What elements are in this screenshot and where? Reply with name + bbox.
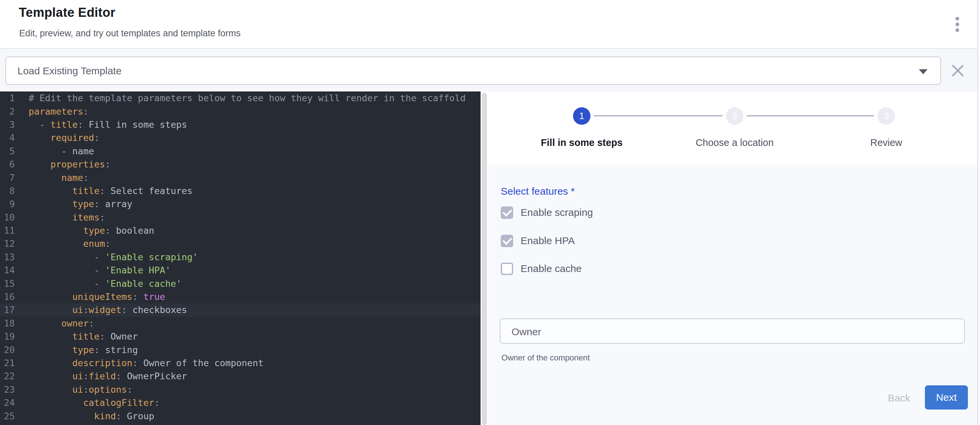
next-button[interactable]: Next [925,385,968,409]
line-number: 12 [0,239,15,249]
code-text: ui:field: OwnerPicker [15,371,187,381]
feature-checkbox-row[interactable]: Enable scraping [501,205,593,220]
step-label: Fill in some steps [541,137,622,148]
code-line: 3 - title: Fill in some steps [0,118,480,131]
code-line: 22 ui:field: OwnerPicker [0,369,480,383]
kebab-menu-icon[interactable] [949,13,965,36]
code-text: title: Select features [15,186,192,196]
line-number: 9 [0,199,15,209]
code-line: 18 owner: [0,317,480,330]
code-line: 20 type: string [0,343,480,356]
code-text: - title: Fill in some steps [15,119,187,130]
close-icon[interactable] [950,63,965,78]
feature-checkbox-row[interactable]: Enable HPA [501,233,575,248]
line-number: 7 [0,172,15,183]
code-line: 1# Edit the template parameters below to… [0,91,480,105]
code-line: 11 type: boolean [0,224,480,237]
line-number: 2 [0,106,15,117]
code-text: name: [15,172,89,183]
owner-helper-text: Owner of the component [501,353,590,363]
code-text: type: array [15,199,132,209]
line-number: 19 [0,331,15,342]
step-circle: 2 [726,107,743,125]
select-features-label: Select features * [501,186,575,197]
code-line: 7 name: [0,171,480,184]
code-line: 8 title: Select features [0,184,480,197]
line-number: 11 [0,225,15,236]
editor-scrollbar-thumb[interactable] [482,93,487,425]
required-asterisk: * [571,186,575,197]
back-button[interactable]: Back [881,388,918,408]
code-line: 2parameters: [0,105,480,118]
checkbox-checked-icon[interactable] [501,235,513,247]
code-text: - 'Enable scraping' [15,252,198,262]
code-text: - 'Enable cache' [15,279,181,289]
code-text: properties: [15,159,111,169]
form-background [488,165,977,425]
code-text: enum: [15,239,111,249]
code-text: ui:options: [15,384,132,395]
feature-checkbox-row[interactable]: Enable cache [501,261,582,276]
code-text: parameters: [15,106,89,117]
code-line: 24 catalogFilter: [0,396,480,409]
code-text: title: Owner [15,331,138,342]
line-number: 17 [0,305,15,315]
step-label: Review [870,137,902,148]
owner-input[interactable]: Owner [500,318,965,344]
code-line: 6 properties: [0,158,480,171]
load-template-placeholder: Load Existing Template [18,65,122,76]
caret-down-icon [919,69,928,74]
yaml-editor[interactable]: 1# Edit the template parameters below to… [0,91,480,425]
code-line: 19 title: Owner [0,330,480,343]
code-text: kind: Group [15,411,154,421]
code-line: 14 - 'Enable HPA' [0,264,480,277]
page-scrollbar[interactable] [977,0,980,425]
line-number: 20 [0,345,15,355]
line-number: 1 [0,93,15,103]
stepper-connector [747,115,874,116]
line-number: 14 [0,265,15,275]
line-number: 6 [0,159,15,169]
line-number: 25 [0,411,15,421]
code-line: 13 - 'Enable scraping' [0,250,480,264]
code-line: 25 kind: Group [0,409,480,422]
code-text: ui:widget: checkboxes [15,305,187,315]
checkbox-unchecked-icon[interactable] [501,263,513,275]
code-text: uniqueItems: true [15,291,165,302]
code-line: 4 required: [0,131,480,144]
line-number: 13 [0,252,15,262]
stepper-connector [594,115,722,116]
line-number: 10 [0,212,15,223]
code-text: - 'Enable HPA' [15,265,171,275]
checkbox-checked-icon[interactable] [501,207,513,219]
code-line: 9 type: array [0,197,480,210]
code-line: 17 ui:widget: checkboxes [0,303,480,317]
line-number: 18 [0,318,15,328]
code-line: 12 enum: [0,237,480,250]
editor-scrollbar-track [480,91,488,425]
code-line: 23 ui:options: [0,383,480,396]
line-number: 4 [0,132,15,143]
code-text: owner: [15,318,94,328]
header: Template Editor Edit, preview, and try o… [0,0,980,49]
code-line: 15 - 'Enable cache' [0,277,480,290]
step-circle: 3 [878,107,895,125]
line-number: 21 [0,358,15,368]
template-preview-pane: 1Fill in some steps2Choose a location3Re… [488,91,977,425]
checkbox-label: Enable HPA [520,235,575,247]
load-template-select[interactable]: Load Existing Template [5,56,941,85]
code-text: type: boolean [15,225,154,236]
owner-placeholder: Owner [512,326,541,337]
line-number: 22 [0,371,15,381]
page-subtitle: Edit, preview, and try out templates and… [19,28,241,39]
line-number: 3 [0,119,15,130]
line-number: 16 [0,291,15,302]
code-line: 21 description: Owner of the component [0,357,480,369]
code-text: required: [15,132,99,143]
code-text: type: string [15,345,138,355]
step-circle: 1 [573,107,590,125]
line-number: 23 [0,384,15,395]
code-line: 5 - name [0,145,480,158]
line-number: 15 [0,279,15,289]
line-number: 24 [0,398,15,408]
